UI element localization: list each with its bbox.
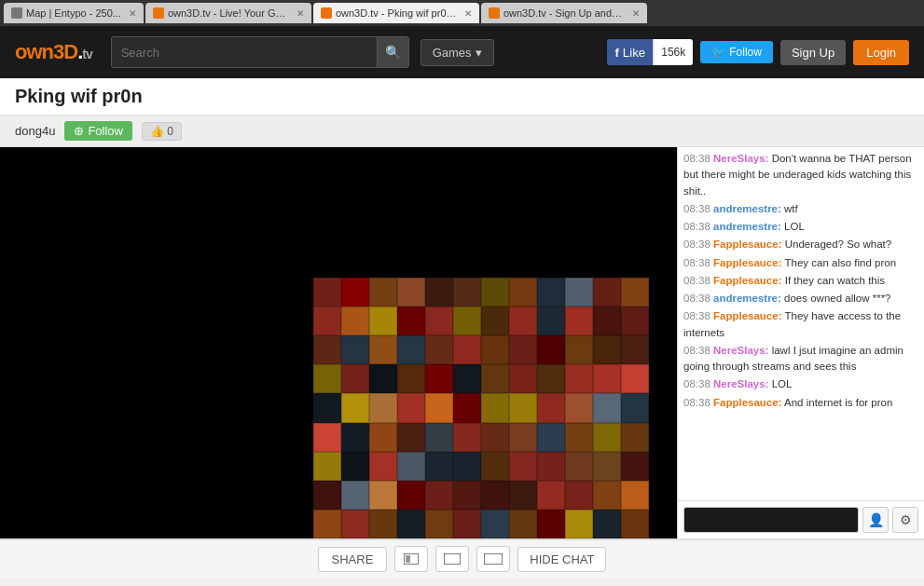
chat-username: andremestre: <box>713 293 781 304</box>
mosaic-cell <box>397 481 425 510</box>
mosaic-cell <box>537 452 565 481</box>
mosaic-cell <box>481 364 509 393</box>
mosaic-cell <box>537 423 565 452</box>
logo-own: own3D <box>15 40 77 64</box>
search-input[interactable] <box>112 37 377 67</box>
chat-username: Fapplesauce: <box>713 238 782 250</box>
chat-time: 08:38 <box>683 238 713 250</box>
share-button[interactable]: SHARE <box>318 547 388 572</box>
view-medium-button[interactable] <box>435 546 469 572</box>
chat-message-8: 08:38 NereSlays: lawl I jsut imagine an … <box>683 343 918 375</box>
mosaic-cell <box>481 423 509 452</box>
tab-close-icon[interactable]: ✕ <box>129 8 136 19</box>
view-small-button[interactable] <box>394 546 428 572</box>
mosaic-cell <box>453 278 481 307</box>
facebook-like[interactable]: f Like 156k <box>607 39 693 65</box>
mosaic-cell <box>481 481 509 510</box>
browser-tab-tab4[interactable]: own3D.tv - Sign Up and join ...✕ <box>481 3 647 23</box>
like-button[interactable]: f Like <box>607 39 653 65</box>
svg-rect-1 <box>406 555 410 563</box>
view-small-icon <box>404 553 419 565</box>
mosaic-cell <box>313 307 341 335</box>
chat-username: Fapplesauce: <box>713 397 782 408</box>
mosaic-cell <box>593 278 621 307</box>
chat-message-10: 08:38 Fapplesauce: And internet is for p… <box>683 395 918 411</box>
mosaic-cell <box>593 393 621 422</box>
chat-message-0: 08:38 NereSlays: Don't wanna be THAT per… <box>683 151 918 199</box>
logo-tv: tv <box>82 47 91 61</box>
video-area[interactable] <box>0 147 677 538</box>
chat-time: 08:38 <box>683 397 713 408</box>
tab-close-icon[interactable]: ✕ <box>297 8 304 19</box>
twitter-follow-label: Follow <box>729 46 762 59</box>
twitter-follow-button[interactable]: 🐦 Follow <box>700 41 773 63</box>
tab-favicon <box>489 7 500 19</box>
chat-settings-icon-button[interactable]: ⚙ <box>892 507 918 533</box>
mosaic-cell <box>369 452 397 481</box>
mosaic-cell <box>425 393 453 422</box>
mosaic-cell <box>565 278 593 307</box>
follow-button[interactable]: ⊕ Follow <box>64 121 132 141</box>
games-button[interactable]: Games ▾ <box>421 39 494 66</box>
mosaic-cell <box>565 393 593 422</box>
mosaic-cell <box>453 510 481 538</box>
mosaic-cell <box>313 393 341 422</box>
mosaic-cell <box>341 364 369 393</box>
mosaic-cell <box>369 278 397 307</box>
login-button[interactable]: Login <box>853 40 909 65</box>
chat-message-4: 08:38 Fapplesauce: They can also find pr… <box>683 255 918 271</box>
facebook-icon: f <box>614 46 618 60</box>
mosaic-cell <box>565 481 593 510</box>
mosaic-cell <box>397 307 425 335</box>
mosaic-cell <box>313 452 341 481</box>
chat-username: Fapplesauce: <box>713 310 782 321</box>
browser-tab-tab3[interactable]: own3D.tv - Pking wif pr0n - ...✕ <box>313 3 479 23</box>
mosaic-cell <box>341 452 369 481</box>
mosaic-cell <box>369 481 397 510</box>
mosaic-cell <box>593 510 621 538</box>
mosaic-cell <box>593 335 621 364</box>
mosaic-cell <box>369 510 397 538</box>
mosaic-cell <box>453 481 481 510</box>
logo: own3D.tv <box>15 40 92 64</box>
mosaic-cell <box>341 393 369 422</box>
mosaic-cell <box>369 423 397 452</box>
chat-time: 08:38 <box>683 345 713 356</box>
browser-tab-tab1[interactable]: Map | Entypo - 250...✕ <box>4 3 144 23</box>
mosaic-cell <box>537 364 565 393</box>
browser-tab-tab2[interactable]: own3D.tv - Live! Your Game✕ <box>145 3 311 23</box>
chat-time: 08:38 <box>683 221 713 232</box>
signup-button[interactable]: Sign Up <box>780 40 846 65</box>
tab-close-icon[interactable]: ✕ <box>464 8 472 19</box>
mosaic-cell <box>537 481 565 510</box>
header: own3D.tv 🔍 Games ▾ f Like 156k 🐦 Follow … <box>0 26 924 78</box>
mosaic-cell <box>481 510 509 538</box>
chat-text: Underaged? So what? <box>785 238 891 250</box>
mosaic-cell <box>509 481 537 510</box>
mosaic-cell <box>509 510 537 538</box>
mosaic-cell <box>369 307 397 335</box>
chat-input[interactable] <box>683 507 859 533</box>
view-large-button[interactable] <box>476 546 510 572</box>
tab-label: own3D.tv - Live! Your Game <box>168 7 289 19</box>
page-title: Pking wif pr0n <box>15 86 909 107</box>
mosaic-cell <box>509 452 537 481</box>
mosaic-cell <box>425 278 453 307</box>
mosaic-cell <box>565 452 593 481</box>
search-button[interactable]: 🔍 <box>377 37 408 67</box>
like-count-value: 0 <box>167 125 173 138</box>
chat-user-icon-button[interactable]: 👤 <box>862 507 889 533</box>
tab-favicon <box>321 7 332 19</box>
chat-username: NereSlays: <box>713 153 768 164</box>
mosaic-cell <box>621 278 649 307</box>
tab-close-icon[interactable]: ✕ <box>632 8 640 19</box>
chat-text: If they can watch this <box>785 275 885 286</box>
browser-tabs: Map | Entypo - 250...✕own3D.tv - Live! Y… <box>0 0 924 26</box>
twitter-icon: 🐦 <box>711 46 725 59</box>
chat-message-3: 08:38 Fapplesauce: Underaged? So what? <box>683 237 918 252</box>
hide-chat-button[interactable]: HIDE CHAT <box>517 547 606 572</box>
search-bar[interactable]: 🔍 <box>111 36 409 68</box>
mosaic-cell <box>313 364 341 393</box>
mosaic-cell <box>313 335 341 364</box>
follow-plus-icon: ⊕ <box>74 124 84 138</box>
